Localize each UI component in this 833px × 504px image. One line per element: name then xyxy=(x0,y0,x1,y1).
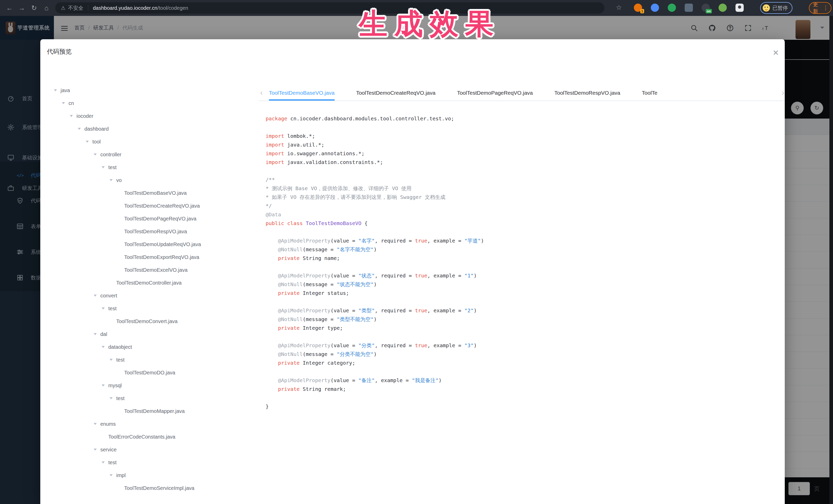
code-line xyxy=(266,332,776,341)
reload-icon[interactable]: ↻ xyxy=(30,4,39,12)
code-line: import javax.validation.constraints.*; xyxy=(266,158,776,167)
forward-icon[interactable]: → xyxy=(18,4,26,12)
caret-down-icon[interactable] xyxy=(102,346,105,350)
code-line: import io.swagger.annotations.*; xyxy=(266,149,776,158)
tree-node-test[interactable]: test xyxy=(40,161,261,174)
tab-ToolTe[interactable]: ToolTe xyxy=(642,90,658,101)
code-line: import java.util.*; xyxy=(266,140,776,149)
code-line: private String name; xyxy=(266,254,776,263)
tree-node-dashboard[interactable]: dashboard xyxy=(40,122,261,135)
tree-node-ToolTestDemoMapper.java[interactable]: ToolTestDemoMapper.java xyxy=(40,405,261,417)
tree-node-impl[interactable]: impl xyxy=(40,469,261,482)
tree-node-test[interactable]: test xyxy=(40,392,261,405)
extension-green-icon[interactable] xyxy=(668,4,676,12)
code-line: @ApiModelProperty(value = "分类", required… xyxy=(266,341,776,350)
code-line: package cn.iocoder.dashboard.modules.too… xyxy=(266,114,776,123)
tree-node-ToolTestDemoPageReqVO.java[interactable]: ToolTestDemoPageReqVO.java xyxy=(40,212,261,225)
extension-blue-icon[interactable] xyxy=(651,4,659,12)
tree-node-ToolTestDemoExcelVO.java[interactable]: ToolTestDemoExcelVO.java xyxy=(40,264,261,277)
tree-node-cn[interactable]: cn xyxy=(40,97,261,110)
caret-down-icon[interactable] xyxy=(94,449,97,452)
tree-node-ToolTestDemoUpdateReqVO.java[interactable]: ToolTestDemoUpdateReqVO.java xyxy=(40,238,261,251)
tabs-scroll-right-icon[interactable]: › xyxy=(782,88,784,97)
caret-down-icon[interactable] xyxy=(86,141,89,144)
tree-node-ToolTestDemoConvert.java[interactable]: ToolTestDemoConvert.java xyxy=(40,315,261,328)
tree-node-enums[interactable]: enums xyxy=(40,417,261,430)
caret-down-icon[interactable] xyxy=(70,115,73,119)
tree-node-test[interactable]: test xyxy=(40,353,261,366)
tree-node-convert[interactable]: convert xyxy=(40,289,261,302)
caret-down-icon[interactable] xyxy=(110,179,113,183)
tab-ToolTestDemoBaseVO.java[interactable]: ToolTestDemoBaseVO.java xyxy=(269,90,335,101)
caret-down-icon[interactable] xyxy=(110,359,113,362)
caret-down-icon[interactable] xyxy=(94,333,97,337)
extension-leaf-icon[interactable] xyxy=(718,4,727,12)
tree-node-service[interactable]: service xyxy=(40,443,261,456)
close-icon[interactable]: ✕ xyxy=(771,48,780,57)
code-line xyxy=(266,227,776,236)
caret-down-icon[interactable] xyxy=(78,128,81,131)
caret-down-icon[interactable] xyxy=(94,153,97,157)
tree-node-ToolErrorCodeConstants.java[interactable]: ToolErrorCodeConstants.java xyxy=(40,430,261,443)
code-line: import lombok.*; xyxy=(266,131,776,140)
tree-node-tool[interactable]: tool xyxy=(40,135,261,148)
caret-down-icon[interactable] xyxy=(54,89,57,93)
caret-down-icon[interactable] xyxy=(102,307,105,311)
address-bar[interactable]: ⚠ 不安全 dashboard.yudao.iocoder.cn/tool/co… xyxy=(55,2,604,14)
code-line: @ApiModelProperty(value = "状态", required… xyxy=(266,271,776,280)
tree-node-ToolTestDemoServiceImpl.java[interactable]: ToolTestDemoServiceImpl.java xyxy=(40,482,261,495)
bookmark-star-icon[interactable]: ☆ xyxy=(616,4,622,11)
caret-down-icon[interactable] xyxy=(102,461,105,465)
extension-orange-icon[interactable]: 1 xyxy=(634,4,642,12)
code-line xyxy=(266,367,776,376)
back-icon[interactable]: ← xyxy=(5,4,14,12)
tree-node-test[interactable]: test xyxy=(40,302,261,315)
tree-node-test[interactable]: test xyxy=(40,456,261,469)
paused-extension-pill[interactable]: 已暂停 xyxy=(760,2,792,14)
tree-node-dataobject[interactable]: dataobject xyxy=(40,340,261,353)
browser-update-button[interactable]: 更新 ⋮ xyxy=(809,2,831,14)
tree-node-label: test xyxy=(116,392,124,405)
code-preview-dialog: 代码预览 ✕ javacniocoderdashboardtoolcontrol… xyxy=(40,39,785,504)
tab-ToolTestDemoRespVO.java[interactable]: ToolTestDemoRespVO.java xyxy=(554,90,620,101)
code-line xyxy=(266,393,776,402)
browser-menu-icon[interactable]: ⋮ xyxy=(823,5,828,11)
extension-grid-icon[interactable] xyxy=(685,4,693,12)
caret-down-icon[interactable] xyxy=(102,166,105,170)
tree-node-ToolTestDemoRespVO.java[interactable]: ToolTestDemoRespVO.java xyxy=(40,225,261,238)
tree-node-ToolTestDemoCreateReqVO.java[interactable]: ToolTestDemoCreateReqVO.java xyxy=(40,199,261,212)
caret-down-icon[interactable] xyxy=(102,384,105,388)
tab-ToolTestDemoPageReqVO.java[interactable]: ToolTestDemoPageReqVO.java xyxy=(457,90,533,101)
extension-on-icon[interactable]: on xyxy=(701,4,710,12)
home-icon[interactable]: ⌂ xyxy=(42,4,51,12)
generation-effect-annotation: 生成效果 xyxy=(359,5,500,43)
caret-down-icon[interactable] xyxy=(110,474,113,478)
tree-node-label: ToolTestDemoExcelVO.java xyxy=(124,264,188,277)
page-scrollbar[interactable] xyxy=(829,16,833,504)
tree-node-label: ToolTestDemoRespVO.java xyxy=(124,225,187,238)
code-line: private Integer status; xyxy=(266,289,776,297)
tree-node-controller[interactable]: controller xyxy=(40,148,261,161)
tree-node-ToolTestDemoBaseVO.java[interactable]: ToolTestDemoBaseVO.java xyxy=(40,187,261,199)
code-line: private Integer category; xyxy=(266,359,776,367)
paused-label: 已暂停 xyxy=(772,5,788,11)
tree-node-mysql[interactable]: mysql xyxy=(40,379,261,392)
tree-node-label: ToolTestDemoBaseVO.java xyxy=(124,187,187,199)
puzzle-icon[interactable] xyxy=(736,4,744,12)
tree-node-ToolTestDemoController.java[interactable]: ToolTestDemoController.java xyxy=(40,277,261,289)
tree-node-label: convert xyxy=(100,289,117,302)
tree-node-label: ToolTestDemoDO.java xyxy=(124,366,175,379)
caret-down-icon[interactable] xyxy=(94,423,97,427)
tab-ToolTestDemoCreateReqVO.java[interactable]: ToolTestDemoCreateReqVO.java xyxy=(356,90,435,101)
tree-node-java[interactable]: java xyxy=(40,84,261,97)
tree-node-ToolTestDemoDO.java[interactable]: ToolTestDemoDO.java xyxy=(40,366,261,379)
tree-node-ToolTestDemoExportReqVO.java[interactable]: ToolTestDemoExportReqVO.java xyxy=(40,251,261,264)
caret-down-icon[interactable] xyxy=(94,295,97,298)
code-line: @NotNull(message = "名字不能为空") xyxy=(266,245,776,254)
caret-down-icon[interactable] xyxy=(110,397,113,401)
tree-node-iocoder[interactable]: iocoder xyxy=(40,110,261,122)
tree-node-vo[interactable]: vo xyxy=(40,174,261,187)
tree-node-dal[interactable]: dal xyxy=(40,328,261,340)
tabs-scroll-left-icon[interactable]: ‹ xyxy=(260,88,263,97)
caret-down-icon[interactable] xyxy=(62,102,65,106)
